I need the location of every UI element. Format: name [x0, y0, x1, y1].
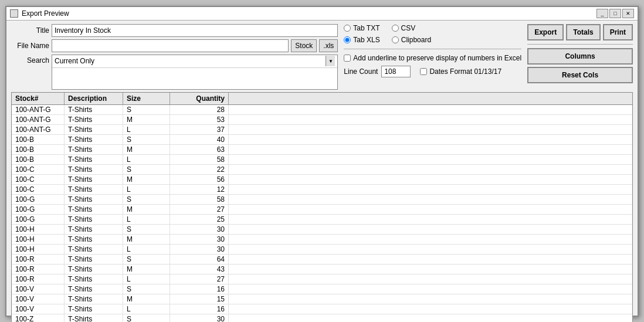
dates-format-label[interactable]: Dates Format 01/13/17: [420, 67, 501, 76]
cell-stock: 100-G: [12, 205, 65, 214]
table-row: 100-B T-Shirts L 58: [12, 155, 632, 165]
table-row: 100-B T-Shirts M 63: [12, 145, 632, 155]
cell-quantity: 43: [170, 265, 229, 274]
file-ext: .xls: [319, 39, 338, 52]
cell-description: T-Shirts: [65, 185, 123, 194]
underline-checkbox-label[interactable]: Add underline to preserve display of num…: [344, 54, 521, 62]
cell-quantity: 64: [170, 255, 229, 264]
cell-description: T-Shirts: [65, 155, 123, 164]
cell-size: L: [123, 274, 170, 284]
title-bar-left: Export Preview: [10, 9, 69, 18]
file-name-row: File Name Stock .xls: [11, 39, 338, 52]
table-row: 100-R T-Shirts M 43: [12, 265, 632, 274]
cell-description: T-Shirts: [65, 225, 123, 234]
table-row: 100-G T-Shirts L 25: [12, 215, 632, 225]
minimize-button[interactable]: _: [596, 9, 608, 18]
cell-stock: 100-B: [12, 155, 65, 164]
cell-filler: [229, 155, 632, 164]
print-button[interactable]: Print: [603, 24, 633, 40]
cell-filler: [229, 245, 632, 254]
cell-description: T-Shirts: [65, 314, 123, 323]
table-row: 100-C T-Shirts L 12: [12, 185, 632, 195]
cell-stock: 100-ANT-G: [12, 105, 65, 114]
search-combo[interactable]: Current Only ▼: [52, 55, 338, 90]
cell-description: T-Shirts: [65, 235, 123, 244]
cell-quantity: 63: [170, 145, 229, 154]
cell-size: M: [123, 265, 170, 274]
underline-row: Add underline to preserve display of num…: [344, 54, 521, 62]
cell-stock: 100-H: [12, 245, 65, 254]
cell-filler: [229, 135, 632, 144]
cell-stock: 100-B: [12, 135, 65, 144]
cell-stock: 100-G: [12, 195, 65, 204]
table-body: 100-ANT-G T-Shirts S 28 100-ANT-G T-Shir…: [12, 105, 632, 323]
table-row: 100-C T-Shirts M 56: [12, 175, 632, 185]
top-section: Title File Name Stock .xls Search Curren…: [11, 24, 633, 90]
col-header-quantity: Quantity: [170, 93, 229, 104]
table-row: 100-H T-Shirts M 30: [12, 235, 632, 245]
cell-stock: 100-R: [12, 265, 65, 274]
cell-stock: 100-V: [12, 294, 65, 304]
cell-quantity: 27: [170, 274, 229, 284]
cell-quantity: 27: [170, 205, 229, 214]
radio-tab-xls[interactable]: Tab XLS: [344, 36, 379, 44]
radio-csv[interactable]: CSV: [392, 24, 416, 32]
maximize-button[interactable]: □: [609, 9, 621, 18]
button-divider: [527, 44, 633, 45]
cell-quantity: 58: [170, 155, 229, 164]
cell-description: T-Shirts: [65, 125, 123, 134]
export-button[interactable]: Export: [527, 24, 564, 40]
cell-size: M: [123, 294, 170, 304]
table-row: 100-ANT-G T-Shirts M 53: [12, 115, 632, 125]
cell-filler: [229, 274, 632, 284]
line-count-input[interactable]: [381, 66, 411, 77]
cell-quantity: 30: [170, 225, 229, 234]
cell-quantity: 30: [170, 314, 229, 323]
cell-filler: [229, 195, 632, 204]
cell-size: L: [123, 125, 170, 134]
cell-size: S: [123, 165, 170, 174]
combo-dropdown-arrow[interactable]: ▼: [326, 56, 335, 66]
reset-cols-button[interactable]: Reset Cols: [527, 67, 633, 83]
table-row: 100-Z T-Shirts S 30: [12, 314, 632, 323]
totals-button[interactable]: Totals: [566, 24, 600, 40]
cell-filler: [229, 145, 632, 154]
cell-size: S: [123, 105, 170, 114]
file-name-input[interactable]: [52, 39, 289, 52]
cell-stock: 100-H: [12, 225, 65, 234]
close-button[interactable]: ✕: [622, 9, 634, 18]
cell-filler: [229, 105, 632, 114]
cell-quantity: 58: [170, 195, 229, 204]
underline-label: Add underline to preserve display of num…: [353, 54, 521, 62]
search-current-value: Current Only: [55, 57, 94, 65]
cell-description: T-Shirts: [65, 255, 123, 264]
cell-filler: [229, 185, 632, 194]
cell-stock: 100-H: [12, 235, 65, 244]
cell-description: T-Shirts: [65, 205, 123, 214]
cell-size: M: [123, 235, 170, 244]
cell-quantity: 40: [170, 135, 229, 144]
cell-size: S: [123, 314, 170, 323]
radio-tab-txt[interactable]: Tab TXT: [344, 24, 379, 32]
form-area: Title File Name Stock .xls Search Curren…: [11, 24, 338, 90]
window-title: Export Preview: [22, 9, 69, 18]
radio-clipboard[interactable]: Clipboard: [392, 36, 431, 44]
cell-filler: [229, 284, 632, 294]
file-suffix-stock: Stock: [291, 39, 317, 52]
file-name-label: File Name: [11, 42, 49, 50]
cell-quantity: 30: [170, 235, 229, 244]
title-input[interactable]: [52, 24, 338, 37]
line-count-row: Line Count Dates Format 01/13/17: [344, 66, 521, 77]
search-list: [52, 68, 337, 70]
cell-filler: [229, 165, 632, 174]
cell-stock: 100-Z: [12, 314, 65, 323]
cell-description: T-Shirts: [65, 145, 123, 154]
dates-format-checkbox[interactable]: [420, 68, 427, 75]
table-row: 100-V T-Shirts L 16: [12, 304, 632, 314]
underline-checkbox[interactable]: [344, 55, 351, 62]
cell-stock: 100-ANT-G: [12, 115, 65, 124]
buttons-area: Export Totals Print Columns Reset Cols: [527, 24, 633, 90]
columns-button[interactable]: Columns: [527, 48, 633, 65]
table-row: 100-G T-Shirts S 58: [12, 195, 632, 205]
cell-description: T-Shirts: [65, 165, 123, 174]
